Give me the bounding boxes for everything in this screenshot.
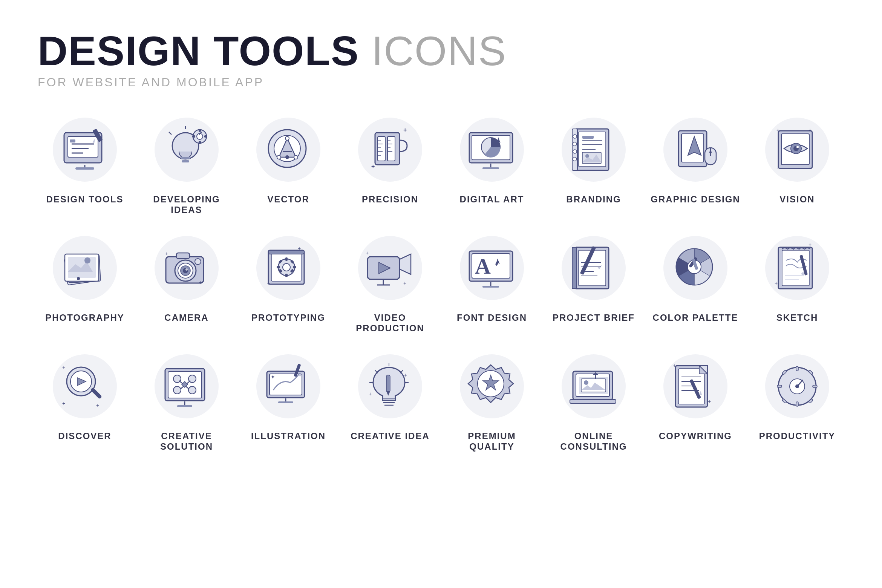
svg-point-154 <box>188 386 196 394</box>
icon-box-design-tools <box>47 112 122 187</box>
svg-rect-11 <box>181 157 190 159</box>
svg-rect-179 <box>570 400 616 403</box>
label-design-tools: DESIGN TOOLS <box>46 194 124 205</box>
svg-rect-16 <box>199 141 201 144</box>
svg-point-182 <box>584 380 588 385</box>
icon-box-creative-solution <box>149 349 224 424</box>
label-premium-quality: PREMIUM QUALITY <box>445 431 539 452</box>
svg-rect-45 <box>482 167 499 169</box>
svg-text:+: + <box>776 165 779 171</box>
icon-box-premium-quality <box>454 349 530 424</box>
label-branding: BRANDING <box>566 194 621 205</box>
svg-text:+: + <box>403 280 406 286</box>
svg-point-70 <box>796 146 799 148</box>
icon-item-discover: + + + DISCOVER <box>38 349 132 452</box>
svg-rect-202 <box>813 385 817 387</box>
label-camera: CAMERA <box>164 312 208 323</box>
icon-item-branding: BRANDING <box>547 112 641 215</box>
svg-point-94 <box>283 263 290 271</box>
icon-item-video-production: + + VIDEO PRODUCTION <box>343 230 437 334</box>
label-project-brief: PROJECT BRIEF <box>553 312 635 323</box>
svg-text:+: + <box>403 127 407 133</box>
svg-rect-98 <box>293 266 296 268</box>
icon-item-precision: + + PRECISION <box>343 112 437 215</box>
svg-rect-199 <box>796 366 798 371</box>
svg-point-54 <box>573 157 577 161</box>
svg-point-60 <box>585 154 589 158</box>
svg-rect-201 <box>777 385 782 387</box>
svg-text:+: + <box>298 245 301 251</box>
icon-box-graphic-design <box>658 112 733 187</box>
svg-point-80 <box>77 277 80 280</box>
svg-rect-17 <box>192 135 195 138</box>
icon-box-video-production: + + <box>352 230 428 306</box>
svg-text:+: + <box>776 127 779 133</box>
label-productivity: PRODUCTIVITY <box>759 431 836 441</box>
svg-rect-121 <box>572 247 577 289</box>
icon-box-copywriting: + + <box>658 349 733 424</box>
svg-marker-107 <box>400 254 411 274</box>
icon-box-illustration: ✦ <box>251 349 326 424</box>
icon-box-branding <box>556 112 631 187</box>
icon-item-project-brief: PROJECT BRIEF <box>547 230 641 334</box>
label-vision: VISION <box>779 194 815 205</box>
svg-point-25 <box>285 136 289 140</box>
svg-text:+: + <box>62 400 65 406</box>
label-color-palette: COLOR PALETTE <box>653 312 738 323</box>
icon-box-discover: + + + <box>47 349 122 424</box>
svg-rect-82 <box>176 253 190 259</box>
icon-item-copywriting: + + COPYWRITING <box>648 349 743 452</box>
svg-point-87 <box>185 268 188 271</box>
label-online-consulting: ONLINE CONSULTING <box>547 431 641 452</box>
svg-rect-157 <box>177 405 192 407</box>
icon-box-online-consulting <box>556 349 631 424</box>
icon-item-vision: + + + + VISION <box>750 112 844 215</box>
icon-item-camera: + + CAMERA <box>139 230 234 334</box>
icon-item-vector: VECTOR <box>241 112 335 215</box>
svg-rect-5 <box>70 139 75 142</box>
label-video-production: VIDEO PRODUCTION <box>343 312 437 334</box>
label-photography: PHOTOGRAPHY <box>45 312 124 323</box>
svg-rect-95 <box>285 257 288 261</box>
svg-text:+: + <box>369 391 372 397</box>
svg-point-51 <box>573 135 577 138</box>
icon-box-font-design: A <box>454 230 530 306</box>
icon-box-prototyping: + + <box>251 230 326 306</box>
icon-box-developing-ideas <box>149 112 224 187</box>
icon-item-creative-solution: CREATIVE SOLUTION <box>139 349 234 452</box>
icon-box-camera: + + <box>149 230 224 306</box>
icon-box-vector <box>251 112 326 187</box>
svg-text:✦: ✦ <box>271 374 275 380</box>
svg-rect-97 <box>277 266 280 268</box>
svg-text:+: + <box>808 127 812 133</box>
svg-point-79 <box>84 257 90 263</box>
svg-rect-200 <box>796 402 798 406</box>
svg-point-153 <box>173 386 181 394</box>
icon-item-productivity: PRODUCTIVITY <box>750 349 844 452</box>
svg-text:+: + <box>267 280 270 286</box>
icon-box-productivity <box>760 349 835 424</box>
label-copywriting: COPYWRITING <box>659 431 732 441</box>
svg-rect-116 <box>482 286 499 288</box>
svg-text:+: + <box>808 242 812 248</box>
icon-box-vision: + + + + <box>760 112 835 187</box>
svg-point-27 <box>294 155 298 159</box>
svg-point-88 <box>195 259 201 265</box>
svg-rect-7 <box>75 167 94 170</box>
svg-text:+: + <box>775 280 778 286</box>
icon-box-sketch: + + <box>760 230 835 306</box>
svg-rect-58 <box>582 136 594 139</box>
svg-text:+: + <box>165 251 168 257</box>
svg-rect-12 <box>182 160 189 162</box>
icon-box-creative-idea: + + <box>352 349 428 424</box>
svg-text:+: + <box>62 364 65 371</box>
label-creative-idea: CREATIVE IDEA <box>351 431 430 441</box>
svg-rect-165 <box>386 375 390 392</box>
svg-text:A: A <box>475 254 491 279</box>
svg-text:+: + <box>96 402 99 408</box>
svg-point-24 <box>285 155 289 159</box>
icon-item-premium-quality: PREMIUM QUALITY <box>445 349 539 452</box>
label-sketch: SKETCH <box>776 312 818 323</box>
label-creative-solution: CREATIVE SOLUTION <box>139 431 234 452</box>
label-vector: VECTOR <box>267 194 309 205</box>
